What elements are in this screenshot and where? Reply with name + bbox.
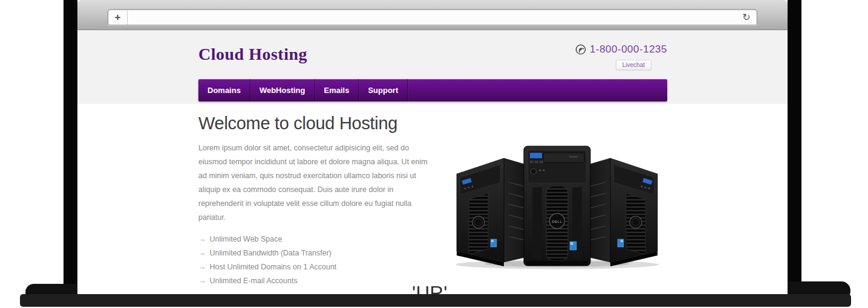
feature-item: →Unlimited Web Space [198, 233, 438, 246]
nav-item-support[interactable]: Support [359, 79, 408, 101]
arrow-icon: → [198, 249, 206, 257]
browser-window: + ↻ Cloud Hosting 1-800-000-1235 Livecha… [77, 0, 788, 294]
hero-paragraph: Lorem ipsum dolor sit amet, consectetur … [198, 141, 438, 225]
nav-item-domains[interactable]: Domains [198, 79, 250, 101]
feature-item: →Host Unlimited Domains on 1 Account [198, 260, 438, 274]
phone-number: 1-800-000-1235 [590, 43, 667, 56]
search-banner-prefix: SEARCH FOR [350, 292, 408, 294]
page-title: Welcome to cloud Hosting [198, 114, 438, 133]
phone-icon [575, 44, 586, 55]
url-input[interactable] [128, 10, 736, 25]
refresh-icon: ↻ [742, 11, 750, 23]
mockup-shadow-bottom [20, 294, 851, 307]
feature-list: →Unlimited Web Space →Unlimited Bandwidt… [198, 233, 438, 288]
feature-item: →Unlimited Bandwidth (Data Transfer) [198, 246, 438, 260]
mockup-right-edge [788, 0, 801, 290]
arrow-icon: → [198, 235, 206, 243]
refresh-button[interactable]: ↻ [736, 11, 757, 23]
browser-chrome: + ↻ [77, 0, 788, 30]
phone-row: 1-800-000-1235 [575, 43, 667, 56]
search-banner-suffix: DOMAIN NAME [452, 292, 514, 294]
new-tab-button[interactable]: + [108, 10, 128, 25]
servers-image: DELL [451, 143, 664, 271]
mockup-left-edge [64, 0, 77, 290]
site-page: Cloud Hosting 1-800-000-1235 Livechat Do… [77, 30, 788, 294]
main-nav: Domains WebHosting Emails Support [198, 79, 667, 101]
nav-item-emails[interactable]: Emails [315, 79, 359, 101]
search-banner: SEARCH FOR 'UR' DOMAIN NAME [77, 283, 788, 294]
hero-section: Welcome to cloud Hosting Lorem ipsum dol… [198, 114, 438, 294]
site-logo[interactable]: Cloud Hosting [198, 45, 307, 64]
livechat-button[interactable]: Livechat [616, 60, 651, 70]
arrow-icon: → [198, 263, 206, 271]
svg-text:DELL: DELL [552, 220, 562, 223]
url-bar[interactable]: + ↻ [108, 9, 757, 25]
search-banner-highlight: 'UR' [410, 283, 449, 294]
nav-item-webhosting[interactable]: WebHosting [250, 79, 315, 101]
